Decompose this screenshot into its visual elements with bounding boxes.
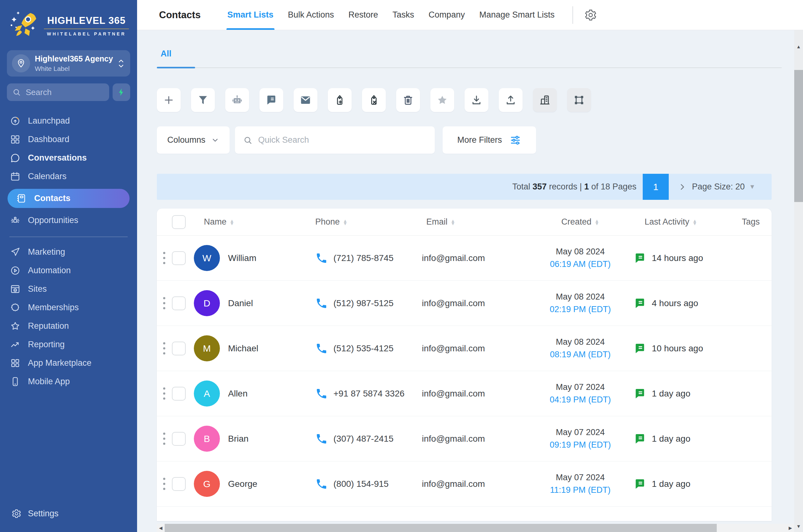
agency-switcher[interactable]: Highlevel365 Agency White Label (7, 50, 130, 77)
sidebar-item-reputation[interactable]: Reputation (0, 317, 137, 335)
contacts-settings-button[interactable] (580, 5, 601, 25)
columns-dropdown[interactable]: Coloumns (157, 127, 230, 154)
contact-name[interactable]: William (228, 253, 256, 263)
created-time[interactable]: 11:19 PM (EDT) (527, 485, 634, 495)
contact-phone: +91 87 5874 3326 (333, 388, 405, 399)
sidebar-item-opportunities[interactable]: Opportunities (0, 211, 137, 230)
sort-icon[interactable]: ▲▼ (595, 219, 599, 225)
created-time[interactable]: 02:19 PM (EDT) (527, 305, 634, 314)
drag-handle-icon[interactable] (163, 342, 165, 355)
sort-icon[interactable]: ▲▼ (451, 219, 456, 225)
column-header-last-activity[interactable]: Last Activity▲▼ (645, 217, 697, 227)
sidebar-item-app-marketplace[interactable]: App Marketplace (0, 354, 137, 372)
company-button[interactable] (533, 88, 557, 112)
sort-icon[interactable]: ▲▼ (230, 219, 234, 225)
sidebar-item-launchpad[interactable]: Launchpad (0, 112, 137, 130)
scroll-left-arrow-icon[interactable]: ◀ (157, 526, 165, 530)
phone-icon[interactable] (315, 478, 328, 490)
import-contacts-button[interactable] (464, 88, 489, 112)
merge-contacts-button[interactable] (567, 88, 591, 112)
vertical-scroll-thumb[interactable] (794, 70, 803, 202)
sidebar-item-calendars[interactable]: Calendars (0, 167, 137, 186)
tab-restore[interactable]: Restore (341, 0, 385, 30)
sidebar-item-dashboard[interactable]: Dashboard (0, 130, 137, 149)
drag-handle-icon[interactable] (163, 387, 165, 400)
phone-icon[interactable] (315, 433, 328, 445)
contact-name[interactable]: Daniel (228, 298, 253, 308)
row-checkbox[interactable] (172, 251, 186, 265)
sidebar-search-input[interactable]: Search (7, 83, 109, 101)
contact-name[interactable]: Brian (228, 434, 248, 444)
created-time[interactable]: 04:19 PM (EDT) (527, 395, 634, 405)
sidebar-item-memberships[interactable]: Memberships (0, 298, 137, 317)
row-checkbox[interactable] (172, 342, 186, 355)
phone-icon[interactable] (315, 342, 328, 355)
row-checkbox[interactable] (172, 387, 186, 401)
tab-tasks[interactable]: Tasks (385, 0, 421, 30)
send-email-button[interactable] (293, 88, 318, 112)
created-time[interactable]: 08:19 AM (EDT) (527, 350, 634, 360)
add-tag-button[interactable] (328, 88, 351, 112)
drag-handle-icon[interactable] (163, 478, 165, 490)
add-contact-button[interactable] (157, 88, 181, 112)
sidebar-item-marketing[interactable]: Marketing (0, 243, 137, 261)
more-filters-button[interactable]: More Filters (443, 127, 536, 154)
phone-icon[interactable] (315, 297, 328, 310)
sidebar-item-reporting[interactable]: Reporting (0, 335, 137, 354)
quick-search-input[interactable] (258, 135, 426, 145)
row-checkbox[interactable] (172, 297, 186, 310)
drag-handle-icon[interactable] (163, 252, 165, 264)
sidebar-item-conversations[interactable]: Conversations (0, 149, 137, 167)
next-page-button[interactable] (678, 183, 686, 191)
smartlist-tab-all[interactable]: All (157, 49, 175, 59)
sidebar-item-contacts[interactable]: Contacts (7, 189, 130, 208)
created-time[interactable]: 06:19 AM (EDT) (527, 260, 634, 269)
send-sms-button[interactable] (260, 88, 283, 112)
contact-name[interactable]: Allen (228, 388, 248, 399)
funnel-icon (197, 94, 209, 106)
phone-icon[interactable] (315, 387, 328, 400)
tab-bulk-actions[interactable]: Bulk Actions (281, 0, 341, 30)
quick-search-field[interactable] (235, 127, 435, 154)
automation-bot-button[interactable] (225, 88, 249, 112)
scroll-up-arrow-icon[interactable]: ▲ (794, 44, 803, 49)
column-header-created[interactable]: Created▲▼ (561, 217, 599, 227)
tab-manage-smart-lists[interactable]: Manage Smart Lists (472, 0, 562, 30)
sort-icon[interactable]: ▲▼ (693, 219, 697, 225)
favorite-button[interactable] (431, 88, 454, 112)
tab-company[interactable]: Company (421, 0, 472, 30)
column-header-phone[interactable]: Phone▲▼ (315, 217, 347, 227)
horizontal-scroll-thumb[interactable] (165, 524, 717, 532)
tab-smart-lists[interactable]: Smart Lists (220, 0, 281, 30)
page-1-button[interactable]: 1 (643, 174, 669, 200)
select-all-checkbox[interactable] (172, 215, 186, 229)
gear-icon (584, 8, 597, 22)
last-activity-text: 1 day ago (652, 479, 690, 489)
created-time[interactable]: 09:19 PM (EDT) (527, 440, 634, 450)
sidebar-item-automation[interactable]: Automation (0, 261, 137, 280)
delete-button[interactable] (396, 88, 420, 112)
sort-icon[interactable]: ▲▼ (343, 219, 347, 225)
phone-icon[interactable] (315, 252, 328, 264)
scroll-down-arrow-icon[interactable]: ▼ (794, 524, 803, 529)
drag-handle-icon[interactable] (163, 433, 165, 445)
column-header-name[interactable]: Name▲▼ (204, 217, 234, 227)
page-size-dropdown[interactable]: Page Size: 20 ▼ (692, 182, 772, 192)
column-header-email[interactable]: Email▲▼ (426, 217, 455, 227)
export-contacts-button[interactable] (499, 88, 522, 112)
sidebar-item-settings[interactable]: Settings (0, 503, 137, 532)
vertical-scrollbar[interactable]: ▲ ▼ (794, 30, 803, 532)
row-checkbox[interactable] (172, 477, 186, 491)
remove-tag-button[interactable] (362, 88, 386, 112)
scroll-right-arrow-icon[interactable]: ▶ (786, 526, 794, 530)
row-checkbox[interactable] (172, 432, 186, 446)
records-summary: Total 357 records | 1 of 18 Pages (512, 182, 636, 192)
filter-button[interactable] (191, 88, 215, 112)
sidebar-item-sites[interactable]: Sites (0, 280, 137, 298)
sidebar-item-mobile-app[interactable]: Mobile App (0, 372, 137, 391)
contact-name[interactable]: George (228, 479, 257, 489)
contact-name[interactable]: Michael (228, 343, 258, 354)
drag-handle-icon[interactable] (163, 297, 165, 309)
horizontal-scrollbar[interactable]: ◀ ▶ (157, 524, 794, 532)
quick-actions-button[interactable] (113, 83, 130, 101)
